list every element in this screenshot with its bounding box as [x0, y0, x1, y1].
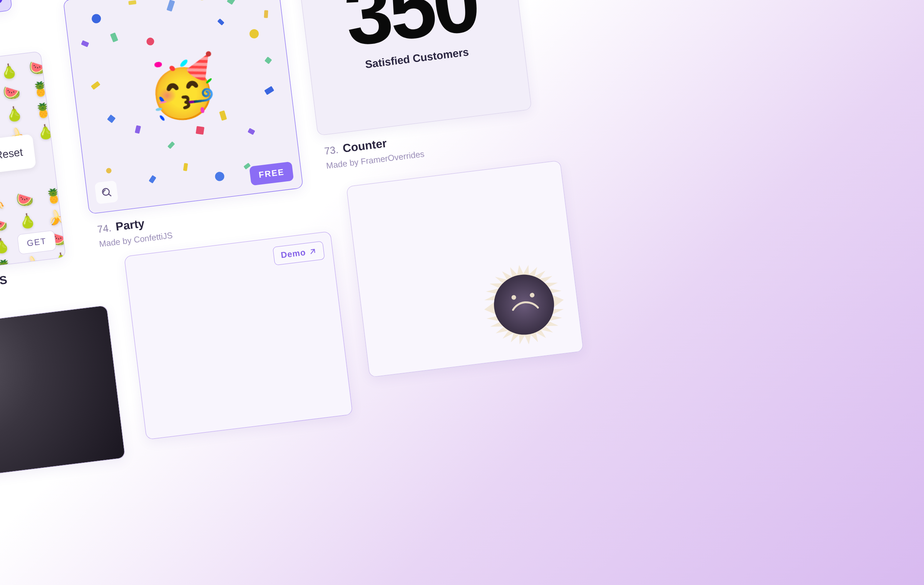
- party-face-icon: 🥳: [142, 50, 222, 125]
- card-dark-preview[interactable]: [0, 305, 126, 486]
- card-party-meta: 74. Party Made by ConfettiJS: [96, 207, 173, 249]
- card-author: Made by FramerOverrides: [0, 290, 10, 317]
- card-counter[interactable]: SCROLL 350 Satisfied Customers: [291, 0, 532, 136]
- starburst-badge-icon: [477, 257, 571, 352]
- card-number: 73.: [324, 144, 339, 157]
- demo-badge[interactable]: Demo: [273, 241, 325, 266]
- card-title: Counter: [342, 137, 387, 155]
- inspect-button[interactable]: [94, 180, 118, 204]
- card-text-preview[interactable]: FREE: [0, 0, 12, 38]
- card-filtering-meta: 75. Filtering Without CMS Made by Framer…: [0, 267, 10, 317]
- card-filtering[interactable]: 🍍🍌🍐🍉🍍🍌🍐🍉 🍐🍌🍉🍍🍐🍌🍉🍍 🍌🍉🍐🍍🍌🍉🍐🍍 🍉🍍🍌🍐🍉🍍🍌🍐 🍐 🍐 …: [0, 51, 66, 283]
- arrow-up-right-icon: [308, 247, 317, 256]
- filter-reset-button[interactable]: Reset: [0, 134, 36, 174]
- card-demo-preview[interactable]: Demo: [124, 231, 353, 440]
- svg-line-1: [109, 194, 111, 196]
- card-circular-preview[interactable]: [346, 160, 584, 378]
- magnifier-icon: [100, 186, 113, 199]
- card-number: 74.: [97, 222, 112, 236]
- card-title: Party: [115, 217, 146, 233]
- card-party[interactable]: 🥳 FREE: [63, 0, 303, 214]
